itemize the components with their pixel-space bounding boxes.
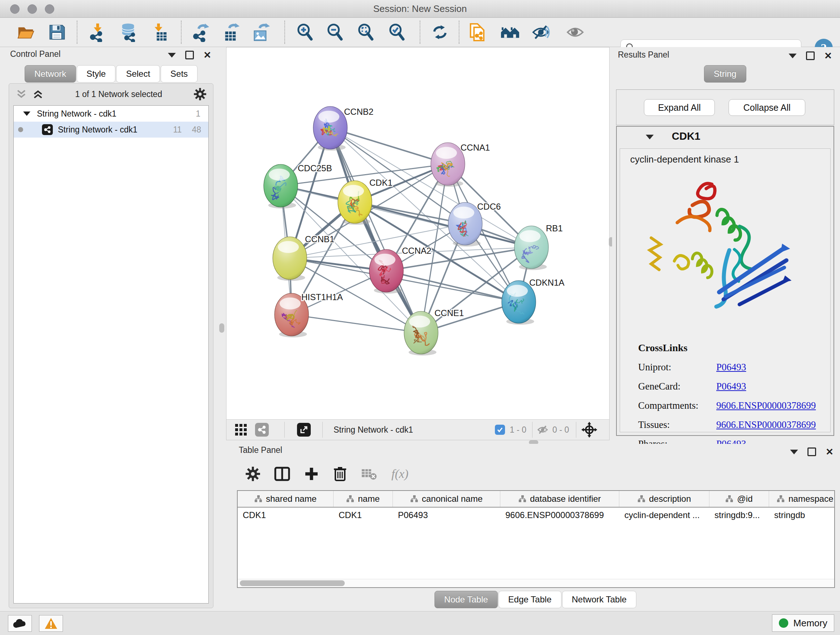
import-network-file-button[interactable] bbox=[87, 22, 107, 42]
panel-menu-icon[interactable] bbox=[789, 54, 797, 58]
node-label: CDK1 bbox=[369, 178, 393, 187]
collapse-all-icon[interactable] bbox=[16, 89, 27, 100]
cloud-button[interactable] bbox=[8, 615, 32, 632]
add-column-icon[interactable] bbox=[304, 466, 319, 481]
panel-close-icon[interactable]: ✕ bbox=[824, 52, 832, 59]
save-session-button[interactable] bbox=[47, 22, 67, 42]
entry-header[interactable]: CDK1 bbox=[617, 127, 834, 147]
table-cell[interactable]: stringdb bbox=[769, 508, 835, 523]
show-columns-icon[interactable] bbox=[274, 466, 290, 481]
gear-icon[interactable] bbox=[194, 88, 207, 101]
export-image-button[interactable] bbox=[250, 22, 271, 42]
table-settings-gear-icon[interactable] bbox=[245, 466, 261, 481]
network-node-CDC25B[interactable]: CDC25B bbox=[264, 163, 332, 209]
export-table-button[interactable] bbox=[221, 22, 241, 42]
tab-network-table[interactable]: Network Table bbox=[562, 591, 637, 608]
import-network-database-button[interactable] bbox=[118, 22, 139, 42]
tab-edge-table[interactable]: Edge Table bbox=[499, 591, 561, 608]
collapse-all-button[interactable]: Collapse All bbox=[729, 99, 805, 116]
table-cell[interactable]: CDK1 bbox=[238, 508, 333, 523]
crosslink-link[interactable]: 9606.ENSP00000378699 bbox=[716, 400, 816, 411]
table-cell[interactable]: cyclin-dependent ... bbox=[619, 508, 709, 523]
network-canvas[interactable]: CCNB2CCNA1CDC25BCDK1CDC6RB1CCNB1CCNA2CDK… bbox=[226, 48, 609, 420]
memory-button[interactable]: Memory bbox=[772, 614, 834, 632]
crosslink-link[interactable]: P06493 bbox=[716, 362, 746, 373]
selected-checkbox-icon[interactable] bbox=[495, 424, 505, 435]
column-header-namespace[interactable]: namespace bbox=[769, 491, 835, 507]
apply-layout-button[interactable] bbox=[430, 22, 450, 42]
hidden-eye-slash-icon bbox=[536, 424, 549, 435]
tab-node-table[interactable]: Node Table bbox=[434, 591, 498, 608]
network-node-CCNB1[interactable]: CCNB1 bbox=[273, 234, 334, 281]
zoom-out-button[interactable] bbox=[325, 22, 346, 42]
table-cell[interactable]: CDK1 bbox=[333, 508, 393, 523]
network-edge[interactable] bbox=[330, 128, 448, 164]
network-badge-button[interactable] bbox=[254, 422, 270, 438]
table-cell[interactable]: 9606.ENSP00000378699 bbox=[500, 508, 619, 523]
hide-selected-button[interactable] bbox=[531, 22, 551, 42]
vertical-splitter-grip[interactable] bbox=[219, 323, 224, 333]
network-collection-row[interactable]: String Network - cdk1 1 bbox=[14, 106, 208, 122]
tab-string[interactable]: String bbox=[704, 65, 746, 82]
column-header--id[interactable]: @id bbox=[709, 491, 769, 507]
tab-select[interactable]: Select bbox=[116, 65, 160, 82]
gene-name: CDK1 bbox=[672, 130, 700, 142]
panel-menu-icon[interactable] bbox=[790, 450, 798, 454]
show-all-button[interactable] bbox=[565, 22, 585, 42]
open-session-button[interactable] bbox=[16, 22, 36, 42]
delete-table-icon-disabled[interactable] bbox=[361, 467, 378, 481]
network-edge[interactable] bbox=[330, 128, 421, 333]
table-cell[interactable]: stringdb:9... bbox=[709, 508, 769, 523]
database-icon bbox=[119, 22, 139, 42]
delete-column-icon[interactable] bbox=[333, 466, 347, 482]
warnings-button[interactable] bbox=[39, 615, 63, 632]
import-table-file-button[interactable] bbox=[149, 22, 170, 42]
scrollbar-thumb[interactable] bbox=[240, 580, 345, 586]
zoom-fit-button[interactable] bbox=[356, 22, 376, 42]
crosslink-link[interactable]: P06493 bbox=[716, 381, 746, 392]
network-node-CDKN1A[interactable]: CDKN1A bbox=[502, 278, 564, 325]
expand-all-icon[interactable] bbox=[32, 89, 44, 100]
crosslink-link[interactable]: 9606.ENSP00000378699 bbox=[716, 419, 816, 431]
horizontal-scrollbar[interactable] bbox=[238, 579, 834, 587]
network-edge[interactable] bbox=[386, 271, 519, 302]
table-row[interactable]: CDK1CDK1P064939606.ENSP00000378699cyclin… bbox=[238, 508, 835, 523]
panel-float-icon[interactable] bbox=[807, 448, 816, 456]
column-header-database-identifier[interactable]: database identifier bbox=[500, 491, 619, 507]
export-network-button[interactable] bbox=[191, 22, 211, 42]
panel-float-icon[interactable] bbox=[806, 51, 815, 60]
column-header-canonical-name[interactable]: canonical name bbox=[393, 491, 500, 507]
panel-menu-icon[interactable] bbox=[168, 53, 176, 57]
zoom-selected-button[interactable] bbox=[387, 22, 407, 42]
network-node-CCNB2[interactable]: CCNB2 bbox=[313, 106, 373, 150]
toolbar-separator bbox=[181, 21, 182, 44]
column-header-name[interactable]: name bbox=[333, 491, 393, 507]
column-header-description[interactable]: description bbox=[619, 491, 709, 507]
pan-crosshair-icon[interactable] bbox=[581, 421, 598, 438]
zoom-in-button[interactable] bbox=[295, 22, 316, 42]
open-in-window-button[interactable] bbox=[296, 422, 312, 438]
network-edge[interactable] bbox=[292, 315, 421, 333]
tab-style[interactable]: Style bbox=[77, 65, 115, 82]
column-type-icon bbox=[638, 495, 645, 503]
network-node-HIST1H1A[interactable]: HIST1H1A bbox=[275, 292, 343, 337]
entry-collapse-icon[interactable] bbox=[646, 135, 654, 139]
column-header-shared-name[interactable]: shared name bbox=[238, 491, 333, 507]
table-cell[interactable]: P06493 bbox=[393, 508, 500, 523]
panel-close-icon[interactable]: ✕ bbox=[203, 51, 211, 59]
homes-button[interactable] bbox=[500, 22, 520, 42]
panel-close-icon[interactable]: ✕ bbox=[826, 448, 834, 455]
copy-document-share-icon bbox=[467, 22, 486, 42]
birdseye-toggle-button[interactable] bbox=[233, 422, 249, 438]
expand-all-button[interactable]: Expand All bbox=[644, 99, 715, 116]
network-node-RB1[interactable]: RB1 bbox=[515, 223, 563, 270]
tree-expander-icon[interactable] bbox=[23, 111, 30, 116]
network-node-CCNE1[interactable]: CCNE1 bbox=[404, 308, 464, 356]
tab-sets[interactable]: Sets bbox=[161, 65, 197, 82]
tab-network[interactable]: Network bbox=[25, 65, 76, 82]
network-row[interactable]: String Network - cdk1 11 48 bbox=[14, 122, 208, 138]
network-node-CCNA1[interactable]: CCNA1 bbox=[431, 143, 490, 187]
panel-float-icon[interactable] bbox=[185, 51, 194, 59]
function-builder-icon[interactable]: f(x) bbox=[392, 467, 409, 481]
copy-network-button[interactable] bbox=[467, 22, 487, 42]
